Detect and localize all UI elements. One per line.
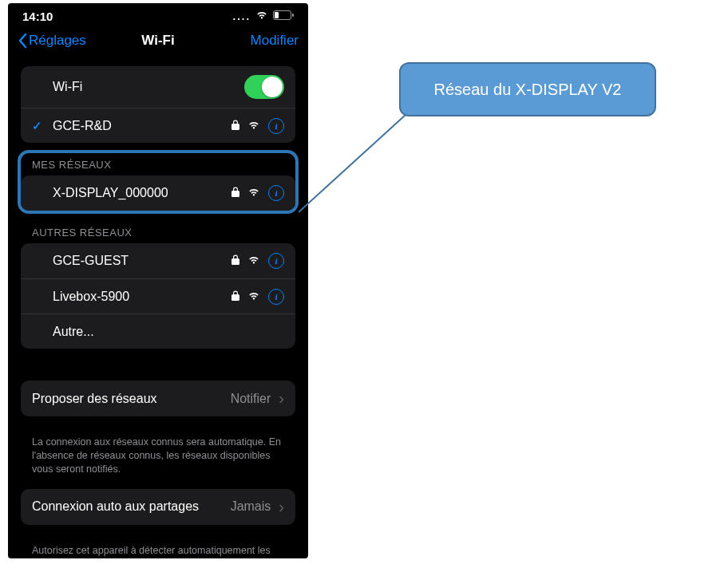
network-row-xdisplay[interactable]: X-DISPLAY_000000 i (21, 176, 295, 211)
callout-text: Réseau du X-DISPLAY V2 (434, 81, 622, 99)
wifi-signal-icon (247, 290, 260, 304)
status-time: 14:10 (22, 10, 53, 23)
lock-icon (231, 186, 239, 200)
chevron-right-icon: › (279, 389, 284, 408)
wifi-icon (255, 10, 268, 22)
network-name: X-DISPLAY_000000 (32, 186, 168, 200)
autoshare-footer: Autorisez cet appareil à détecter automa… (21, 538, 295, 558)
wifi-switch[interactable] (244, 75, 284, 99)
back-button[interactable]: Réglages (18, 33, 86, 49)
status-bar: 14:10 .... (8, 3, 308, 25)
autoshare-label: Connexion auto aux partages (32, 499, 199, 514)
info-icon[interactable]: i (268, 253, 284, 269)
info-icon[interactable]: i (268, 289, 284, 305)
nav-bar: Réglages Wi-Fi Modifier (8, 25, 308, 66)
chevron-left-icon (18, 33, 27, 49)
phone-frame: 14:10 .... Réglages Wi-Fi Modifier Wi-Fi (8, 3, 308, 558)
svg-rect-2 (292, 14, 294, 17)
network-row[interactable]: Livebox-5900 i (21, 278, 295, 314)
wifi-signal-icon (247, 119, 260, 133)
wifi-signal-icon (247, 186, 260, 200)
callout-connector (299, 115, 413, 217)
battery-icon (273, 10, 294, 22)
connected-network-name: GCE-R&D (53, 119, 112, 133)
network-row[interactable]: GCE-GUEST i (21, 243, 295, 278)
callout-box: Réseau du X-DISPLAY V2 (399, 62, 656, 116)
propose-label: Proposer des réseaux (32, 392, 157, 406)
other-manual-label: Autre... (32, 325, 94, 339)
lock-icon (231, 119, 239, 133)
wifi-toggle-row: Wi-Fi (21, 66, 295, 108)
info-icon[interactable]: i (268, 185, 284, 201)
edit-button[interactable]: Modifier (251, 33, 299, 49)
wifi-signal-icon (247, 254, 260, 268)
connected-network-row[interactable]: ✓ GCE-R&D i (21, 108, 295, 143)
lock-icon (231, 290, 239, 304)
wifi-main-card: Wi-Fi ✓ GCE-R&D i (21, 66, 295, 143)
back-label: Réglages (29, 33, 86, 49)
status-indicators: .... (233, 10, 294, 22)
svg-rect-1 (275, 12, 279, 18)
autoshare-row[interactable]: Connexion auto aux partages Jamais › (21, 489, 295, 525)
other-networks-header: AUTRES RÉSEAUX (21, 227, 295, 243)
propose-networks-row[interactable]: Proposer des réseaux Notifier › (21, 381, 295, 416)
autoshare-value: Jamais (231, 499, 271, 514)
checkmark-icon: ✓ (32, 119, 45, 133)
chevron-right-icon: › (279, 498, 284, 516)
status-dots: .... (233, 10, 251, 22)
network-other-row[interactable]: Autre... (21, 314, 295, 349)
propose-value: Notifier (231, 392, 271, 406)
lock-icon (231, 254, 239, 268)
network-name: Livebox-5900 (32, 290, 129, 304)
wifi-toggle-label: Wi-Fi (32, 80, 82, 94)
propose-footer: La connexion aux réseaux connus sera aut… (21, 429, 295, 489)
svg-line-3 (299, 115, 406, 212)
page-title: Wi-Fi (141, 33, 174, 49)
network-name: GCE-GUEST (32, 254, 129, 268)
info-icon[interactable]: i (268, 118, 284, 134)
